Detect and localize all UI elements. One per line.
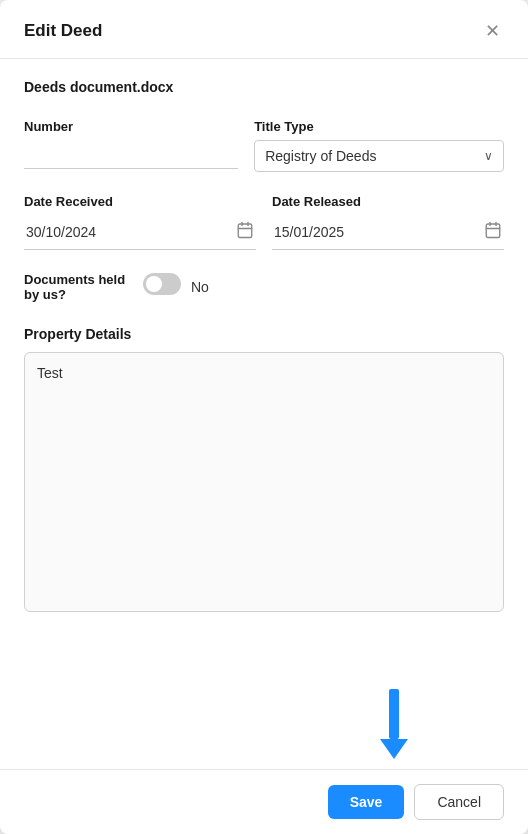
svg-rect-4: [486, 224, 500, 238]
number-input[interactable]: [24, 140, 238, 169]
documents-held-label: Documents held by us?: [24, 272, 129, 302]
close-button[interactable]: ✕: [481, 18, 504, 44]
title-type-group: Title Type Registry of Deeds ∨: [254, 119, 504, 172]
edit-deed-dialog: Edit Deed ✕ Deeds document.docx Number T…: [0, 0, 528, 834]
number-label: Number: [24, 119, 238, 134]
date-received-wrapper: 30/10/2024: [24, 215, 256, 250]
property-details-label: Property Details: [24, 326, 504, 342]
calendar-released-icon[interactable]: [484, 221, 502, 243]
dialog-footer: Save Cancel: [0, 769, 528, 834]
date-released-wrapper: 15/01/2025: [272, 215, 504, 250]
title-type-value: Registry of Deeds: [265, 148, 376, 164]
date-released-value: 15/01/2025: [274, 224, 478, 240]
toggle-row: Documents held by us? No: [24, 272, 504, 302]
dialog-header: Edit Deed ✕: [0, 0, 528, 59]
file-name: Deeds document.docx: [24, 79, 504, 95]
number-title-row: Number Title Type Registry of Deeds ∨: [24, 119, 504, 172]
toggle-no-label: No: [191, 279, 209, 295]
dates-row: Date Received 30/10/2024 Date Released: [24, 194, 504, 250]
number-group: Number: [24, 119, 238, 169]
svg-rect-0: [238, 224, 252, 238]
date-received-value: 30/10/2024: [26, 224, 230, 240]
calendar-received-icon[interactable]: [236, 221, 254, 243]
chevron-down-icon: ∨: [484, 149, 493, 163]
title-type-select[interactable]: Registry of Deeds ∨: [254, 140, 504, 172]
arrow-container: [0, 689, 528, 769]
dialog-title: Edit Deed: [24, 21, 102, 41]
property-details-textarea[interactable]: Test: [24, 352, 504, 612]
date-received-group: Date Received 30/10/2024: [24, 194, 256, 250]
arrow-shaft: [389, 689, 399, 739]
arrow-indicator: [380, 689, 408, 759]
toggle-slider: [143, 273, 181, 295]
date-received-label: Date Received: [24, 194, 256, 209]
date-released-label: Date Released: [272, 194, 504, 209]
arrow-head: [380, 739, 408, 759]
title-type-label: Title Type: [254, 119, 504, 134]
close-icon: ✕: [485, 21, 500, 41]
save-button[interactable]: Save: [328, 785, 405, 819]
dialog-body: Deeds document.docx Number Title Type Re…: [0, 59, 528, 689]
date-released-group: Date Released 15/01/2025: [272, 194, 504, 250]
documents-toggle[interactable]: [143, 273, 181, 295]
cancel-button[interactable]: Cancel: [414, 784, 504, 820]
